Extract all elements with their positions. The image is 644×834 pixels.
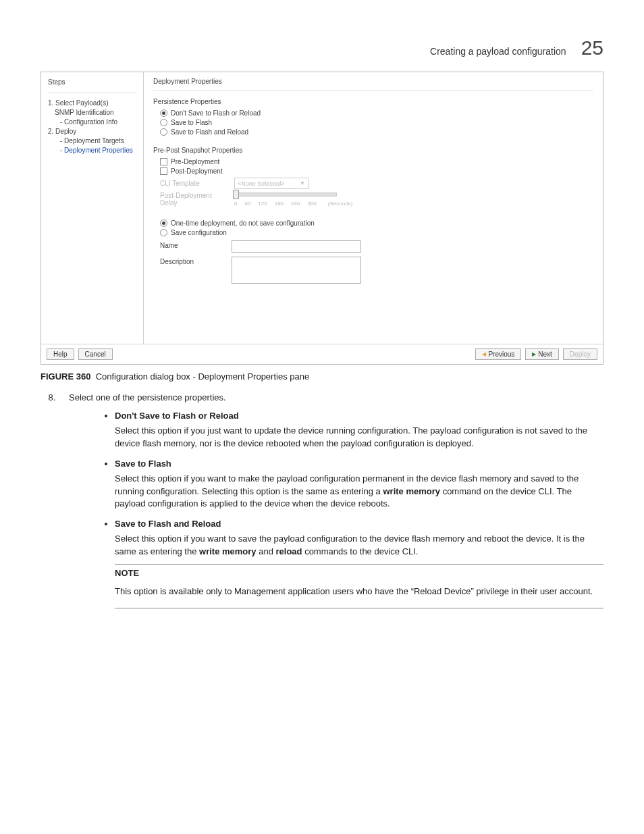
slider-thumb-icon[interactable] — [233, 190, 239, 199]
step-item-active[interactable]: - Deployment Properties — [48, 146, 136, 155]
bullet-item: Save to Flash Select this option if you … — [115, 459, 603, 511]
snapshot-title: Pre-Post Snapshot Properties — [153, 147, 593, 154]
radio-icon[interactable] — [160, 229, 167, 236]
page-header: Creating a payload configuration 25 — [41, 36, 603, 59]
option-label: Save to Flash — [171, 119, 212, 126]
help-button[interactable]: Help — [47, 348, 74, 360]
checkbox-label: Post-Deployment — [171, 167, 223, 175]
header-title: Creating a payload configuration — [430, 46, 566, 57]
description-label: Description — [160, 257, 207, 265]
persist-option-3[interactable]: Save to Flash and Reload — [160, 128, 593, 136]
option-label: One-time deployment, do not save configu… — [171, 219, 315, 227]
figure-caption: FIGURE 360 Configuration dialog box - De… — [41, 371, 603, 382]
checkbox-icon[interactable] — [160, 167, 167, 175]
deploy-button[interactable]: Deploy — [563, 348, 597, 360]
chevron-down-icon: ▼ — [300, 180, 305, 186]
combo-value: <None Selected> — [238, 180, 285, 187]
bullet-item: Save to Flash and Reload Select this opt… — [115, 519, 603, 608]
name-label: Name — [160, 240, 207, 249]
pre-deploy-checkbox[interactable]: Pre-Deployment — [160, 158, 593, 165]
header-number: 25 — [581, 36, 603, 59]
checkbox-label: Pre-Deployment — [171, 158, 219, 165]
name-row: Name — [160, 240, 593, 253]
description-row: Description — [160, 257, 593, 284]
cli-template-combo[interactable]: <None Selected> ▼ — [234, 178, 308, 189]
config-dialog: Steps 1. Select Payload(s) SNMP Identifi… — [41, 72, 603, 365]
dialog-footer: Help Cancel ◀ Previous ▶ Next Deploy — [41, 344, 603, 364]
delay-slider[interactable]: 0 60 120 180 240 300 (Seconds) — [234, 192, 352, 207]
radio-icon[interactable] — [160, 119, 167, 126]
bullet-body: Select this option if you just want to u… — [115, 425, 603, 450]
panel-title: Deployment Properties — [153, 78, 593, 91]
step-item[interactable]: - Deployment Targets — [48, 136, 136, 146]
cli-template-label: CLI Template — [160, 180, 221, 187]
option-label: Save to Flash and Reload — [171, 128, 248, 136]
post-deploy-checkbox[interactable]: Post-Deployment — [160, 167, 593, 175]
cli-template-row: CLI Template <None Selected> ▼ — [160, 178, 593, 189]
step-item[interactable]: 2. Deploy — [48, 127, 136, 136]
step-item[interactable]: - Configuration Info — [48, 118, 136, 127]
persist-option-1[interactable]: Don't Save to Flash or Reload — [160, 109, 593, 117]
bullet-body: Select this option if you want to save t… — [115, 533, 603, 558]
name-input[interactable] — [232, 240, 361, 253]
step-text: Select one of the persistence properties… — [65, 392, 603, 402]
bullet-title: Don't Save to Flash or Reload — [115, 411, 603, 421]
description-input[interactable] — [232, 257, 361, 284]
deploy-option-1[interactable]: One-time deployment, do not save configu… — [160, 219, 593, 227]
checkbox-icon[interactable] — [160, 158, 167, 165]
deploy-option-2[interactable]: Save configuration — [160, 229, 593, 236]
persist-option-2[interactable]: Save to Flash — [160, 119, 593, 126]
radio-icon[interactable] — [160, 128, 167, 136]
option-label: Don't Save to Flash or Reload — [171, 109, 261, 117]
next-button[interactable]: ▶ Next — [525, 348, 559, 360]
note-box: NOTE This option is available only to Ma… — [115, 564, 603, 608]
procedure-list: Select one of the persistence properties… — [41, 392, 603, 608]
steps-panel: Steps 1. Select Payload(s) SNMP Identifi… — [41, 72, 144, 344]
step-item[interactable]: SNMP Identification — [48, 108, 136, 118]
bullet-title: Save to Flash and Reload — [115, 519, 603, 529]
option-label: Save configuration — [171, 229, 227, 236]
radio-icon[interactable] — [160, 219, 167, 227]
bullet-item: Don't Save to Flash or Reload Select thi… — [115, 411, 603, 450]
previous-button[interactable]: ◀ Previous — [475, 348, 521, 360]
steps-title: Steps — [48, 78, 136, 93]
delay-label: Post-Deployment Delay — [160, 192, 221, 207]
cancel-button[interactable]: Cancel — [78, 348, 113, 360]
bullet-body: Select this option if you want to make t… — [115, 473, 603, 511]
triangle-right-icon: ▶ — [532, 351, 536, 357]
note-label: NOTE — [115, 567, 603, 580]
note-text: This option is available only to Managem… — [115, 585, 603, 598]
triangle-left-icon: ◀ — [482, 351, 486, 357]
delay-row: Post-Deployment Delay 0 60 120 180 240 3… — [160, 192, 593, 207]
bullet-title: Save to Flash — [115, 459, 603, 469]
radio-icon[interactable] — [160, 109, 167, 117]
properties-panel: Deployment Properties Persistence Proper… — [144, 72, 603, 344]
step-item[interactable]: 1. Select Payload(s) — [48, 99, 136, 108]
slider-ticks: 0 60 120 180 240 300 (Seconds) — [234, 201, 352, 207]
persistence-title: Persistence Properties — [153, 98, 593, 105]
